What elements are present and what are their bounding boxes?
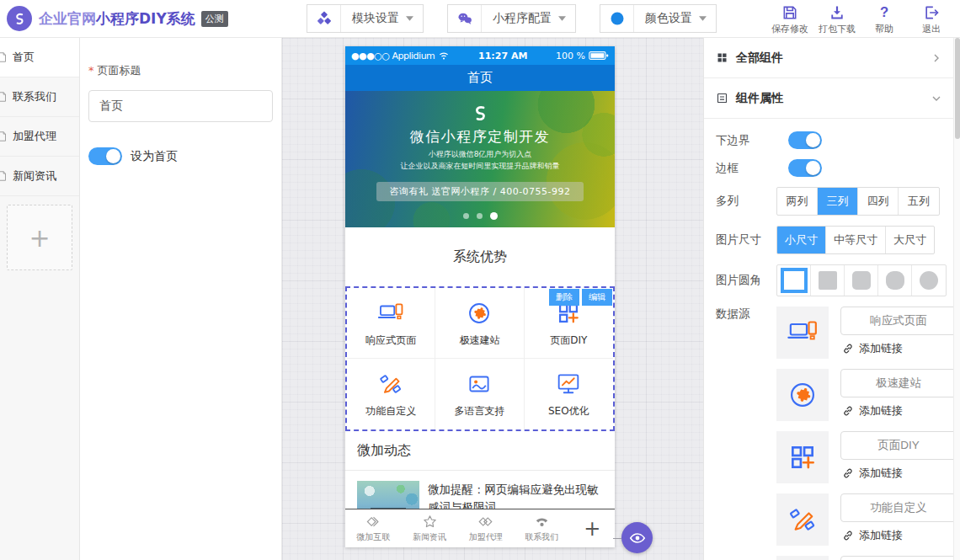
columns-option-2[interactable]: 两列	[777, 188, 818, 215]
carousel-dot-active[interactable]	[490, 212, 498, 220]
component-inspector: 全部组件 组件属性 下边界 边框 多列 两列 三列 四列	[703, 38, 960, 560]
wifi-icon	[438, 51, 450, 61]
sidebar-item-home[interactable]: 首页	[0, 38, 79, 77]
prop-image-radius: 图片圆角	[716, 264, 960, 296]
data-source-title-input[interactable]	[840, 307, 957, 335]
data-source-icon-tile	[776, 307, 829, 359]
data-source-item-partial	[776, 556, 957, 560]
data-source-icon-tile	[776, 493, 829, 546]
feature-cell-responsive[interactable]: 响应式页面	[347, 288, 435, 359]
hero-cta-button[interactable]: 咨询有礼 送官网小程序 / 400-0755-992	[376, 182, 583, 201]
download-icon	[829, 4, 845, 21]
page-icon	[0, 131, 8, 142]
data-source-title-input[interactable]	[840, 431, 957, 460]
feature-cell-seo[interactable]: SEO优化	[525, 359, 613, 429]
hero-banner-module[interactable]: 微信小程序定制开发 小程序以微信8亿用户为切入点 让企业以及商家在短时间里实现提…	[345, 91, 615, 227]
carousel-dot[interactable]	[463, 213, 469, 219]
exit-button[interactable]: 退出	[908, 4, 955, 35]
component-props-header[interactable]: 组件属性	[704, 78, 960, 119]
save-button[interactable]: 保存修改	[766, 4, 813, 35]
radius-option-2[interactable]	[845, 265, 878, 296]
delete-module-button[interactable]: 删除	[549, 289, 579, 306]
all-components-header[interactable]: 全部组件	[704, 38, 960, 78]
tab-agency[interactable]: 加盟代理	[457, 514, 514, 543]
columns-option-5[interactable]: 五列	[899, 188, 939, 215]
prop-border: 边框	[716, 159, 960, 177]
link-icon	[842, 530, 854, 541]
app-logo	[7, 6, 32, 31]
image-size-large[interactable]: 大尺寸	[886, 227, 934, 253]
prop-data-source: 数据源 添加链接	[716, 307, 960, 560]
data-source-icon-tile	[776, 431, 829, 483]
add-page-button[interactable]: +	[7, 205, 72, 270]
image-size-medium[interactable]: 中等尺寸	[826, 227, 886, 253]
color-circle-icon	[600, 5, 634, 32]
columns-option-4[interactable]: 四列	[858, 188, 899, 215]
data-source-title-input[interactable]	[840, 493, 957, 522]
chevron-down-icon	[931, 93, 941, 104]
data-source-title-input[interactable]	[840, 556, 957, 560]
header-menus: 模块设置 小程序配置 颜色设置	[307, 4, 717, 33]
data-source-icon-tile	[776, 369, 829, 421]
phone-preview: ●●●○○ Applidium 11:27 AM 100 % 首页 微信小程序定…	[345, 46, 615, 547]
tags-icon	[477, 514, 493, 530]
page-title-input[interactable]	[88, 90, 273, 122]
caret-down-icon	[699, 16, 707, 21]
tab-add-button[interactable]: +	[570, 517, 615, 541]
add-link-button[interactable]: 添加链接	[840, 403, 957, 419]
radius-option-1[interactable]	[811, 265, 845, 296]
image-size-small-selected[interactable]: 小尺寸	[777, 227, 826, 253]
data-source-item: 添加链接	[776, 493, 957, 546]
page-icon	[0, 51, 8, 63]
section-title-news[interactable]: 微加动态	[345, 431, 615, 471]
caret-down-icon	[406, 16, 413, 21]
feature-cell-custom-func[interactable]: 功能自定义	[347, 359, 435, 429]
feature-cell-fast-build[interactable]: 极速建站	[435, 288, 524, 359]
sidebar-item-contact[interactable]: 联系我们	[0, 77, 79, 117]
color-settings-button[interactable]: 颜色设置	[600, 4, 717, 33]
radius-option-3[interactable]	[878, 265, 912, 296]
status-time: 11:27 AM	[453, 51, 552, 61]
set-home-row: 设为首页	[88, 147, 273, 165]
hero-headline: 微信小程序定制开发	[345, 127, 615, 147]
download-button[interactable]: 打包下载	[813, 4, 861, 35]
help-button[interactable]: ? 帮助	[861, 4, 908, 35]
preview-eye-button[interactable]	[621, 522, 653, 553]
battery-icon	[589, 51, 609, 61]
tab-weijia[interactable]: 微加互联	[345, 514, 402, 543]
page-icon	[0, 91, 8, 103]
add-link-button[interactable]: 添加链接	[840, 466, 957, 481]
feature-cell-multi-lang[interactable]: 多语言支持	[435, 359, 524, 429]
border-toggle[interactable]	[788, 159, 822, 177]
app-title-primary: 企业官网	[39, 9, 96, 29]
question-icon: ?	[876, 4, 893, 21]
link-icon	[842, 467, 854, 479]
data-source-title-input[interactable]	[840, 369, 957, 397]
carousel-dot[interactable]	[477, 213, 483, 219]
battery-percent: 100 %	[556, 51, 585, 61]
add-link-button[interactable]: 添加链接	[840, 528, 957, 543]
components-grid-icon	[716, 51, 728, 64]
responsive-icon	[376, 299, 405, 328]
radius-option-0-selected[interactable]	[777, 265, 811, 296]
columns-option-3-selected[interactable]: 三列	[818, 188, 858, 215]
sidebar-item-agency[interactable]: 加盟代理	[0, 117, 79, 157]
phone-nav-bar: 首页	[345, 65, 615, 91]
radius-option-4[interactable]	[912, 265, 946, 296]
bottom-border-toggle[interactable]	[788, 131, 822, 149]
edit-module-button[interactable]: 编辑	[582, 289, 612, 306]
set-home-toggle[interactable]	[88, 147, 122, 165]
module-settings-button[interactable]: 模块设置	[307, 4, 424, 33]
add-link-button[interactable]: 添加链接	[840, 341, 957, 356]
selected-feature-grid-module[interactable]: 删除 编辑 响应式页面 极速建站 页面DIY	[345, 286, 615, 431]
tab-news[interactable]: 新闻资讯	[402, 514, 458, 543]
weijia-logo-icon	[11, 10, 28, 27]
tab-contact[interactable]: 联系我们	[514, 514, 570, 543]
section-title-advantages[interactable]: 系统优势	[345, 227, 615, 286]
scrollbar-thumb[interactable]	[955, 38, 960, 139]
phone-tab-bar: 微加互联 新闻资讯 加盟代理 联系我们 +	[345, 509, 615, 547]
miniprogram-config-button[interactable]: 小程序配置	[447, 4, 576, 33]
design-canvas: ●●●○○ Applidium 11:27 AM 100 % 首页 微信小程序定…	[282, 38, 703, 560]
sidebar-item-news[interactable]: 新闻资讯	[0, 157, 79, 196]
props-list-icon	[716, 92, 728, 104]
